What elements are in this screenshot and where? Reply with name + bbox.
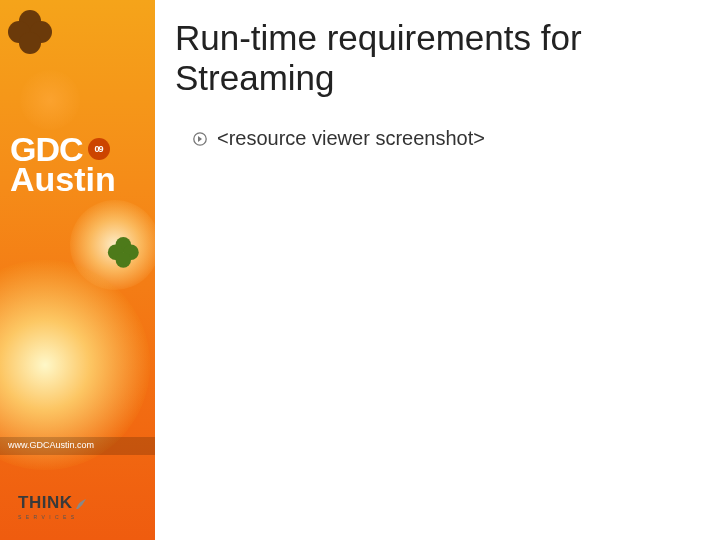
slide-root: GDC 09 Austin www.GDCAustin.com THINK S … <box>0 0 720 540</box>
sponsor-logo: THINK S E R V I C E S <box>18 493 88 520</box>
bullet-item: <resource viewer screenshot> <box>193 127 690 150</box>
clover-icon <box>108 237 140 269</box>
leaf-icon <box>74 496 88 510</box>
year-badge: 09 <box>88 138 110 160</box>
slide-title: Run-time requirements for Streaming <box>175 18 690 99</box>
clover-icon <box>8 10 54 56</box>
sponsor-main-label: THINK <box>18 493 72 513</box>
sponsor-main-row: THINK <box>18 493 88 513</box>
bullet-text: <resource viewer screenshot> <box>217 127 485 150</box>
logo-city-label: Austin <box>10 164 116 195</box>
sidebar: GDC 09 Austin www.GDCAustin.com THINK S … <box>0 0 155 540</box>
decor-glow <box>20 70 80 130</box>
event-logo: GDC 09 Austin <box>10 135 116 194</box>
bullet-arrow-icon <box>193 132 207 146</box>
sponsor-sub-label: S E R V I C E S <box>18 514 88 520</box>
event-url: www.GDCAustin.com <box>0 437 155 455</box>
slide-content: Run-time requirements for Streaming <res… <box>155 0 720 540</box>
